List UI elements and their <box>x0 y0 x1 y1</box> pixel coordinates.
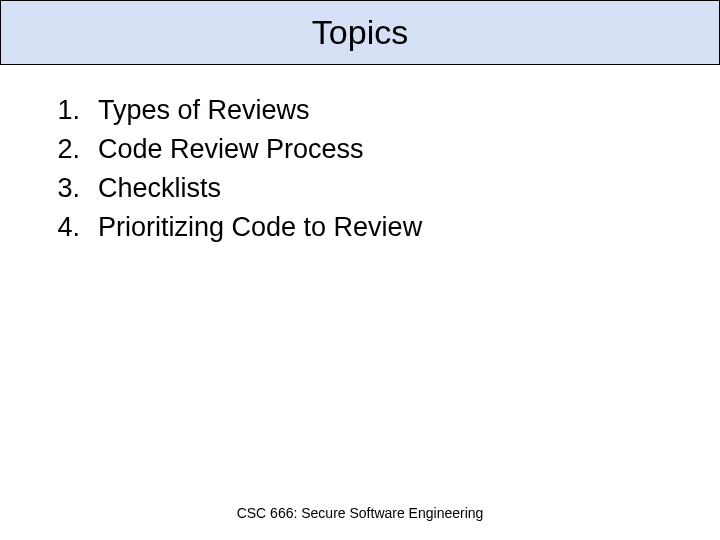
topics-list: 1. Types of Reviews 2. Code Review Proce… <box>40 95 680 243</box>
list-number: 2. <box>40 134 80 165</box>
list-number: 4. <box>40 212 80 243</box>
list-item: 1. Types of Reviews <box>40 95 680 126</box>
slide-title: Topics <box>1 13 719 52</box>
slide-footer: CSC 666: Secure Software Engineering <box>0 504 720 522</box>
list-text: Code Review Process <box>98 134 364 165</box>
slide-title-bar: Topics <box>0 0 720 65</box>
footer-text: CSC 666: Secure Software Engineering <box>237 505 484 521</box>
list-item: 4. Prioritizing Code to Review <box>40 212 680 243</box>
list-number: 1. <box>40 95 80 126</box>
list-number: 3. <box>40 173 80 204</box>
list-text: Prioritizing Code to Review <box>98 212 422 243</box>
list-item: 3. Checklists <box>40 173 680 204</box>
list-text: Types of Reviews <box>98 95 310 126</box>
slide-content: 1. Types of Reviews 2. Code Review Proce… <box>0 65 720 243</box>
list-item: 2. Code Review Process <box>40 134 680 165</box>
list-text: Checklists <box>98 173 221 204</box>
